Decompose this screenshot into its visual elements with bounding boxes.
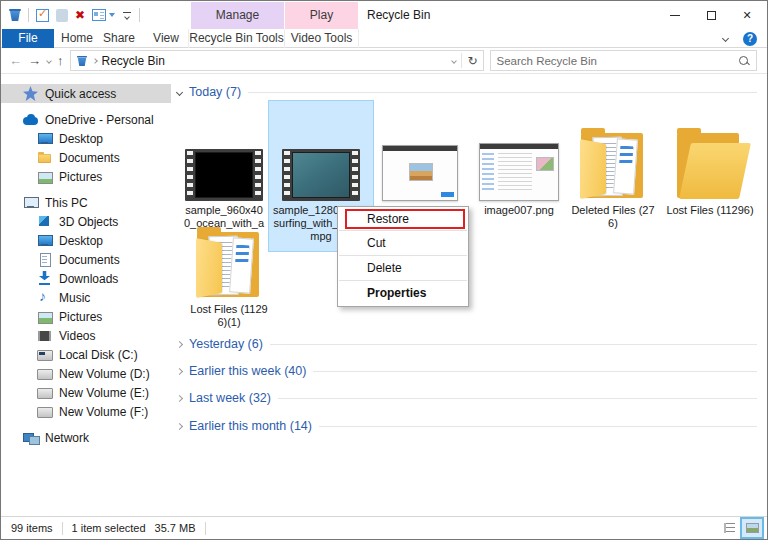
breadcrumb[interactable]: Recycle Bin ↻ xyxy=(70,50,484,71)
sidebar-item-desktop[interactable]: Desktop xyxy=(1,129,171,148)
file-tile-image007[interactable]: image007.png xyxy=(475,101,563,217)
close-button[interactable] xyxy=(729,1,765,29)
breadcrumb-location[interactable]: Recycle Bin xyxy=(102,54,165,68)
menu-separator xyxy=(339,280,467,281)
file-name: image007.png xyxy=(475,204,563,217)
delete-x-icon[interactable] xyxy=(75,8,85,22)
tab-file[interactable]: File xyxy=(2,29,54,48)
group-rule xyxy=(270,344,757,345)
tab-share[interactable]: Share xyxy=(100,29,138,48)
thumbnail-view-icon xyxy=(746,523,759,533)
folder-with-files-icon xyxy=(578,125,648,201)
film-icon xyxy=(37,328,52,343)
selection-size: 35.7 MB xyxy=(155,522,196,534)
sidebar-item-downloads[interactable]: Downloads xyxy=(1,269,171,288)
sidebar-item-quick-access[interactable]: Quick access xyxy=(1,84,171,103)
sidebar-item-pictures[interactable]: Pictures xyxy=(1,167,171,186)
chevron-right-icon[interactable] xyxy=(176,422,183,429)
context-menu-item-restore[interactable]: Restore xyxy=(345,209,465,229)
contextual-header-manage[interactable]: Manage xyxy=(191,2,284,29)
sidebar-item-music[interactable]: Music xyxy=(1,288,171,307)
recycle-bin-icon xyxy=(76,55,86,67)
contextual-header-play[interactable]: Play xyxy=(285,2,358,29)
chevron-right-icon[interactable] xyxy=(176,340,183,347)
onedrive-cloud-icon xyxy=(23,112,38,127)
address-bar: ← → ↑ Recycle Bin ↻ xyxy=(1,48,767,74)
window-title: Recycle Bin xyxy=(367,8,430,22)
divider xyxy=(205,522,206,535)
file-tile-lost-files[interactable]: Lost Files (11296) xyxy=(657,101,763,217)
breadcrumb-chevron-icon[interactable] xyxy=(92,58,98,64)
group-rule xyxy=(319,426,757,427)
context-menu-item-properties[interactable]: Properties xyxy=(338,282,468,304)
group-header-yesterday[interactable]: Yesterday (6) xyxy=(177,336,757,352)
sidebar-item-documents-pc[interactable]: Documents xyxy=(1,250,171,269)
video-file-icon xyxy=(185,149,263,201)
sidebar-item-videos[interactable]: Videos xyxy=(1,326,171,345)
divider xyxy=(28,8,29,22)
empty-placeholder-icon[interactable] xyxy=(56,9,68,22)
sidebar-item-network[interactable]: Network xyxy=(1,428,171,447)
sidebar-item-local-disk-c[interactable]: Local Disk (C:) xyxy=(1,345,171,364)
sidebar-item-new-volume-f[interactable]: New Volume (F:) xyxy=(1,402,171,421)
item-properties-icon[interactable] xyxy=(92,9,106,21)
document-icon xyxy=(37,252,52,267)
maximize-button[interactable] xyxy=(693,1,729,29)
refresh-icon[interactable]: ↻ xyxy=(467,54,477,68)
chevron-down-icon[interactable] xyxy=(176,88,183,95)
tab-view[interactable]: View xyxy=(147,29,185,48)
sidebar-item-new-volume-d[interactable]: New Volume (D:) xyxy=(1,364,171,383)
properties-check-icon[interactable] xyxy=(36,9,49,22)
tab-video-tools[interactable]: Video Tools xyxy=(285,29,359,48)
group-header-last-week[interactable]: Last week (32) xyxy=(177,390,757,406)
sidebar-item-3d-objects[interactable]: 3D Objects xyxy=(1,212,171,231)
desktop-icon xyxy=(37,131,52,146)
up-icon[interactable]: ↑ xyxy=(57,54,64,67)
context-menu-item-cut[interactable]: Cut xyxy=(338,232,468,254)
search-icon[interactable] xyxy=(738,55,750,67)
details-view-button[interactable] xyxy=(719,519,739,537)
group-rule xyxy=(248,92,757,93)
tab-home[interactable]: Home xyxy=(58,29,96,48)
address-dropdown-icon[interactable] xyxy=(452,58,458,64)
file-name: Lost Files (11296) xyxy=(657,204,763,217)
folder-icon xyxy=(37,150,52,165)
file-tile-deleted-files[interactable]: Deleted Files (276) xyxy=(569,101,657,230)
back-icon[interactable]: ← xyxy=(9,54,22,67)
star-icon xyxy=(23,86,38,101)
group-header-earlier-this-month[interactable]: Earlier this month (14) xyxy=(177,418,757,434)
large-icons-view-button[interactable] xyxy=(742,519,762,537)
sidebar-item-this-pc[interactable]: This PC xyxy=(1,193,171,212)
help-icon[interactable]: ? xyxy=(743,32,757,46)
ribbon-tab-row: File Home Share View Recycle Bin Tools V… xyxy=(1,29,767,48)
dropdown-arrow-icon[interactable] xyxy=(109,13,115,17)
context-menu-item-delete[interactable]: Delete xyxy=(338,257,468,279)
chevron-right-icon[interactable] xyxy=(176,394,183,401)
download-arrow-icon xyxy=(37,271,52,286)
disk-drive-icon xyxy=(37,404,52,419)
forward-icon[interactable]: → xyxy=(28,54,41,67)
tab-recycle-bin-tools[interactable]: Recycle Bin Tools xyxy=(188,29,285,48)
sidebar-item-pictures-pc[interactable]: Pictures xyxy=(1,307,171,326)
sidebar-item-onedrive[interactable]: OneDrive - Personal xyxy=(1,110,171,129)
file-tile-image005[interactable]: image005.png xyxy=(377,101,463,217)
pictures-icon xyxy=(37,169,52,184)
folder-with-files-icon xyxy=(194,224,264,300)
sidebar-item-desktop-pc[interactable]: Desktop xyxy=(1,231,171,250)
window-controls xyxy=(657,1,765,29)
sidebar-item-new-volume-e[interactable]: New Volume (E:) xyxy=(1,383,171,402)
collapse-ribbon-icon[interactable] xyxy=(722,35,729,42)
file-tile-lost-files-1[interactable]: Lost Files (11296)(1) xyxy=(185,222,273,329)
title-bar: Manage Play Recycle Bin xyxy=(1,1,767,29)
group-header-earlier-this-week[interactable]: Earlier this week (40) xyxy=(177,363,757,379)
recent-locations-icon[interactable] xyxy=(46,58,52,64)
customize-toolbar-icon[interactable] xyxy=(122,12,132,19)
minimize-button[interactable] xyxy=(657,1,693,29)
search-input[interactable] xyxy=(497,55,739,67)
chevron-right-icon[interactable] xyxy=(176,367,183,374)
disk-drive-icon xyxy=(37,385,52,400)
sidebar-item-documents[interactable]: Documents xyxy=(1,148,171,167)
sidebar-gap xyxy=(1,186,171,193)
group-header-today[interactable]: Today (7) xyxy=(177,84,757,100)
open-folder-icon xyxy=(673,125,747,201)
